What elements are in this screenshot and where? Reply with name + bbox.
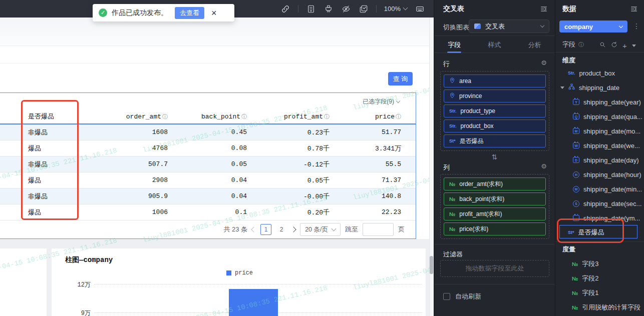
field-pill-back-point[interactable]: № back_point(求和) — [444, 192, 546, 206]
tab-style[interactable]: 样式 — [474, 37, 514, 52]
collapse-panel-icon[interactable] — [540, 5, 548, 15]
dashboard-canvas: 查 询 已选字段(9) 是否爆品 order_amtⓘ back_pointⓘ … — [0, 18, 429, 316]
gear-icon[interactable]: ⚙ — [541, 163, 547, 170]
selected-fields-dropdown[interactable]: 已选字段(9) — [363, 98, 400, 106]
calendar-month-icon: M — [573, 128, 579, 134]
dimension-shipping-date-second[interactable]: S shipping_date(sec... — [573, 198, 641, 208]
add-field-icon[interactable]: + — [622, 42, 627, 50]
clean-brush-icon[interactable] — [324, 4, 334, 14]
dimension-shipping-date-hour[interactable]: H shipping_date(hour) — [573, 170, 641, 180]
field-pill-price[interactable]: № price(求和) — [444, 222, 546, 236]
query-button[interactable]: 查 询 — [388, 72, 413, 86]
number-type-icon: № — [572, 276, 578, 282]
scrollbar-thumb[interactable] — [430, 256, 433, 274]
dataset-select[interactable]: company — [559, 20, 627, 32]
dimension-shipping-date-quarter[interactable]: Q shipping_date(qua... — [573, 112, 642, 122]
table-row[interactable]: 非爆品507.70.05-0.12千55.5 — [0, 156, 416, 172]
collapse-panel-icon[interactable] — [630, 5, 638, 15]
keyboard-icon[interactable] — [415, 4, 425, 14]
column-header[interactable]: back_pointⓘ — [171, 113, 251, 120]
bar-price[interactable] — [229, 289, 278, 316]
hierarchy-icon — [568, 84, 575, 92]
dimension-shipping-date-week[interactable]: W shipping_date(we... — [573, 140, 640, 150]
chevron-down-icon[interactable] — [560, 86, 564, 89]
column-header[interactable]: priceⓘ — [334, 113, 406, 120]
search-icon[interactable] — [599, 41, 606, 50]
selected-fields-label: 已选字段(9) — [363, 98, 394, 106]
zoom-level-select[interactable]: 100% — [384, 5, 407, 12]
measure-field3[interactable]: № 字段3 — [572, 259, 599, 269]
number-type-icon: № — [572, 290, 578, 296]
more-options-icon[interactable]: ⋮ — [633, 22, 640, 30]
table-row[interactable]: 爆品10060.10.20千22.23 — [0, 204, 416, 220]
batch-select-icon[interactable] — [359, 4, 369, 14]
dimension-hot-product[interactable]: St* 是否爆品 — [568, 228, 604, 238]
jump-page-input[interactable] — [363, 223, 394, 236]
dimension-shipping-date-ym[interactable]: shipping_date(ym... — [573, 213, 640, 223]
rows-section-label: 行 — [443, 60, 450, 68]
field-pill-product-box[interactable]: Str. product_box — [444, 120, 546, 132]
refresh-icon[interactable] — [611, 41, 617, 50]
column-header[interactable]: order_amtⓘ — [101, 113, 171, 120]
field-pill-hot-product[interactable]: St* 是否爆品 — [444, 134, 546, 148]
page-size-select[interactable]: 20 条/页 — [300, 223, 341, 236]
rows-dropzone[interactable]: area province Str. product_type Str. pro… — [440, 71, 549, 151]
next-page-icon[interactable] — [290, 226, 296, 232]
calendar-icon — [573, 215, 579, 221]
info-icon: ⓘ — [162, 114, 168, 120]
dimension-shipping-date-minute[interactable]: M shipping_date(min... — [573, 184, 642, 194]
chevron-down-icon[interactable] — [632, 44, 636, 47]
field-pill-profit-amt[interactable]: № profit_amt(求和) — [444, 208, 546, 220]
calendar-year-icon: Y — [573, 99, 579, 105]
measure-field1[interactable]: № 字段1 — [572, 288, 599, 298]
share-link-icon[interactable] — [280, 4, 290, 14]
prev-page-icon[interactable] — [251, 226, 256, 232]
dimensions-label: 维度 — [562, 56, 575, 65]
chevron-down-icon — [619, 24, 623, 28]
field-pill-province[interactable]: province — [444, 90, 546, 102]
cross-table-icon — [474, 24, 481, 29]
dimension-shipping-date-month[interactable]: M shipping_date(mo... — [573, 126, 640, 136]
page-number-2[interactable]: 2 — [276, 224, 287, 235]
filter-dropzone[interactable]: 拖动数据字段至此处 — [440, 260, 549, 277]
tab-fields[interactable]: 字段 — [434, 37, 474, 52]
page-number-1[interactable]: 1 — [260, 224, 271, 235]
field-pill-product-type[interactable]: Str. product_type — [444, 104, 546, 118]
dimension-shipping-date-day[interactable]: D shipping_date(day) — [573, 155, 639, 165]
auto-refresh-checkbox[interactable] — [443, 293, 450, 300]
table-row[interactable]: 非爆品905.90.04-0.00千140.8 — [0, 188, 416, 204]
hide-eye-icon[interactable] — [341, 4, 351, 14]
go-view-button[interactable]: 去查看 — [175, 7, 204, 19]
close-icon[interactable]: × — [211, 8, 217, 18]
chart-legend[interactable]: price — [226, 270, 253, 276]
canvas-gap — [426, 248, 429, 316]
chart-type-value: 交叉表 — [485, 22, 536, 31]
tab-analysis[interactable]: 分析 — [515, 37, 555, 52]
chart-type-select[interactable]: 交叉表 — [469, 20, 549, 33]
calc-string-type-icon: St* — [449, 138, 456, 144]
table-row[interactable]: 爆品29080.040.05千71.37 — [0, 172, 416, 188]
measure-field2[interactable]: № 字段2 — [572, 274, 599, 284]
field-pill-area[interactable]: area — [444, 74, 546, 88]
canvas-gap — [47, 248, 52, 316]
dimension-shipping-date-year[interactable]: Y shipping_date(year) — [573, 97, 641, 107]
table-header-row: 是否爆品 order_amtⓘ back_pointⓘ profit_amtⓘ … — [0, 110, 416, 124]
dimension-shipping-date[interactable]: shipping_date — [560, 82, 619, 92]
table-row[interactable]: 爆品47680.080.78千3.341万 — [0, 140, 416, 156]
dimension-product-box[interactable]: Str. product_box — [568, 68, 615, 78]
measure-masked-calc-field[interactable]: № 引用脱敏的计算字段 — [572, 302, 640, 312]
column-header[interactable]: profit_amtⓘ — [251, 113, 334, 120]
swap-rows-cols-icon[interactable]: ⇅ — [434, 153, 555, 161]
document-icon[interactable] — [306, 4, 316, 14]
bi-editor-screen: 100% ✓ 作品已成功发布。 去查看 × 查 询 已选字段(9) 是否爆品 o… — [0, 0, 644, 316]
gear-icon[interactable]: ⚙ — [541, 60, 547, 66]
column-header[interactable]: 是否爆品 — [0, 112, 101, 121]
measures-label: 度量 — [562, 245, 575, 254]
toast-message: 作品已成功发布。 — [112, 8, 168, 18]
chevron-down-icon — [540, 24, 544, 28]
chevron-down-icon — [332, 226, 337, 231]
field-pill-order-amt[interactable]: № order_amt(求和) — [444, 178, 546, 190]
cols-dropzone[interactable]: № order_amt(求和) № back_point(求和) № profi… — [440, 174, 549, 239]
divider — [555, 242, 644, 242]
table-row[interactable]: 非爆品16080.450.23千51.77 — [0, 124, 416, 140]
